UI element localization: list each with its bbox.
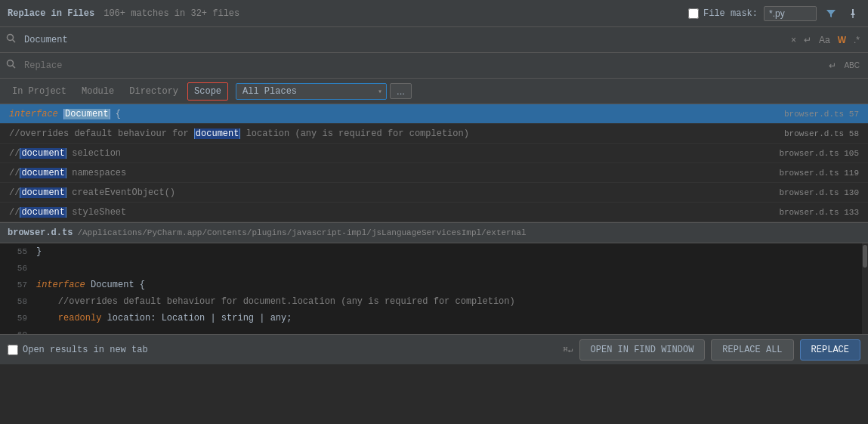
- code-line: 58 //overrides default behaviour for doc…: [6, 293, 856, 310]
- keyboard-shortcut: ⌘↵: [563, 345, 573, 354]
- file-mask-checkbox[interactable]: [688, 8, 699, 19]
- search-icon: [6, 33, 20, 46]
- results-list: interface Document { browser.d.ts 57 //o…: [0, 104, 868, 222]
- result-file: browser.d.ts 130: [779, 188, 859, 197]
- bottom-bar: Open results in new tab ⌘↵ OPEN IN FIND …: [0, 334, 868, 364]
- code-line: 59 readonly location: Location | string …: [6, 310, 856, 327]
- line-number: 56: [6, 264, 36, 273]
- filter-icon[interactable]: [823, 7, 839, 20]
- replace-all-button[interactable]: REPLACE ALL: [711, 339, 793, 361]
- top-bar-right: File mask: *.py: [688, 6, 860, 21]
- line-content: //overrides default behaviour for docume…: [36, 296, 515, 307]
- result-file: browser.d.ts 119: [779, 169, 859, 178]
- line-number: 59: [6, 314, 36, 323]
- file-mask-input[interactable]: *.py: [764, 6, 817, 21]
- replace-actions: ↵ ABC: [826, 59, 862, 73]
- open-results-checkbox-wrap[interactable]: Open results in new tab: [8, 345, 148, 355]
- result-text: //overrides default behaviour for docume…: [9, 128, 784, 139]
- code-preview: 55 } 56 57 interface Document { 58 //ove…: [0, 243, 868, 334]
- search-actions: × ↵ Aa W .*: [789, 33, 862, 47]
- enter-icon[interactable]: ↵: [802, 33, 814, 47]
- search-input[interactable]: [24, 35, 784, 45]
- match-case-button[interactable]: Aa: [817, 33, 832, 47]
- replace-row: ↵ ABC: [0, 53, 868, 79]
- file-mask-checkbox-wrap[interactable]: File mask:: [688, 8, 758, 19]
- scope-tab-in-project[interactable]: In Project: [6, 83, 73, 100]
- replace-button[interactable]: REPLACE: [800, 339, 860, 361]
- result-text: interface Document {: [9, 109, 784, 119]
- line-number: 60: [6, 330, 36, 334]
- result-file: browser.d.ts 105: [779, 149, 859, 158]
- line-number: 55: [6, 247, 36, 256]
- search-row: × ↵ Aa W .*: [0, 27, 868, 53]
- replace-abc-button[interactable]: ABC: [842, 60, 862, 71]
- open-results-checkbox[interactable]: [8, 345, 18, 355]
- whole-word-button[interactable]: W: [836, 33, 848, 47]
- scope-tab-directory[interactable]: Directory: [123, 83, 184, 100]
- line-content: }: [36, 246, 42, 257]
- code-line: 56: [6, 260, 856, 277]
- open-results-label: Open results in new tab: [23, 345, 148, 355]
- file-path-full: /Applications/PyCharm.app/Contents/plugi…: [77, 228, 526, 237]
- file-path-name: browser.d.ts: [8, 227, 73, 238]
- replace-enter-icon[interactable]: ↵: [826, 59, 839, 73]
- scope-dropdown[interactable]: All Places Project Files Open Files: [236, 83, 387, 100]
- line-number: 58: [6, 297, 36, 306]
- close-icon[interactable]: ×: [789, 33, 798, 47]
- scope-bar: In Project Module Directory Scope All Pl…: [0, 79, 868, 104]
- top-bar: Replace in Files 106+ matches in 32+ fil…: [0, 0, 868, 27]
- svg-point-1: [8, 35, 14, 41]
- pin-icon[interactable]: [845, 7, 860, 20]
- regex-button[interactable]: .*: [851, 33, 862, 47]
- svg-line-2: [13, 40, 16, 43]
- file-mask-label: File mask:: [703, 8, 758, 19]
- scope-tab-module[interactable]: Module: [76, 83, 120, 100]
- scope-more-button[interactable]: ...: [390, 83, 412, 99]
- table-row[interactable]: //document createEventObject() browser.d…: [0, 183, 868, 203]
- line-number: 57: [6, 280, 36, 289]
- code-line: 57 interface Document {: [6, 277, 856, 293]
- table-row[interactable]: //document selection browser.d.ts 105: [0, 144, 868, 163]
- code-line: 55 }: [6, 243, 856, 260]
- open-find-window-button[interactable]: OPEN IN FIND WINDOW: [579, 339, 706, 361]
- scope-tab-scope[interactable]: Scope: [187, 82, 228, 101]
- panel-title: Replace in Files: [8, 8, 94, 19]
- result-text: //document namespaces: [9, 168, 779, 178]
- line-content: readonly location: Location | string | a…: [36, 313, 292, 323]
- result-file: browser.d.ts 58: [784, 129, 859, 138]
- result-file: browser.d.ts 133: [779, 208, 859, 217]
- replace-search-icon: [6, 59, 20, 72]
- scope-dropdown-container: All Places Project Files Open Files ▾: [236, 83, 387, 100]
- svg-line-4: [13, 66, 16, 69]
- result-text: //document styleSheet: [9, 207, 779, 218]
- svg-point-3: [8, 60, 14, 67]
- match-count: 106+ matches in 32+ files: [103, 8, 239, 19]
- file-path-bar: browser.d.ts /Applications/PyCharm.app/C…: [0, 222, 868, 243]
- table-row[interactable]: //document styleSheet browser.d.ts 133: [0, 203, 868, 222]
- bottom-actions: ⌘↵ OPEN IN FIND WINDOW REPLACE ALL REPLA…: [558, 339, 860, 361]
- vertical-scrollbar[interactable]: [862, 243, 868, 334]
- scope-dropdown-wrap: All Places Project Files Open Files ▾ ..…: [236, 83, 412, 100]
- result-text: //document selection: [9, 148, 779, 159]
- table-row[interactable]: interface Document { browser.d.ts 57: [0, 104, 868, 124]
- line-content: interface Document {: [36, 280, 145, 290]
- result-file: browser.d.ts 57: [784, 110, 859, 119]
- table-row[interactable]: //overrides default behaviour for docume…: [0, 124, 868, 144]
- code-line: 60: [6, 327, 856, 334]
- replace-input[interactable]: [24, 60, 822, 71]
- result-text: //document createEventObject(): [9, 187, 779, 198]
- table-row[interactable]: //document namespaces browser.d.ts 119: [0, 163, 868, 183]
